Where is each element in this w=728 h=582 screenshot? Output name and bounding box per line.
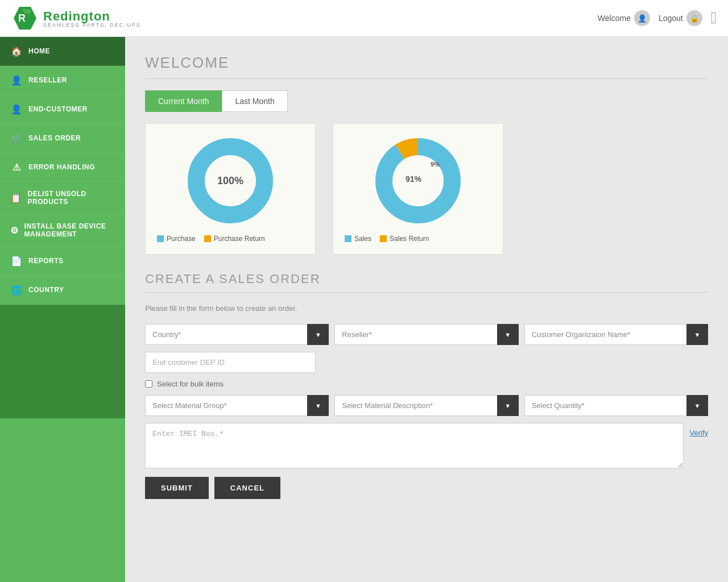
logout-label: Logout [659,14,683,23]
logo-sub: SEAMLESS PARTS, DEC-UPS [43,22,141,28]
org-dropdown-btn[interactable] [686,324,708,345]
imei-textarea[interactable] [145,423,684,468]
welcome-title: WELCOME [145,54,708,72]
legend-purchase-return: Purchase Return [204,235,265,243]
reseller-dropdown-btn[interactable] [497,324,519,345]
sidebar: 🏠 HOME 👤 RESELLER 👤 END-CUSTOMER 🛒 SALES… [0,37,125,582]
legend-sales-return: Sales Return [380,235,429,243]
purchase-donut-svg: 100% [185,135,276,226]
logo-icon: R [11,5,39,32]
reseller-select[interactable]: Reseller* [334,324,518,345]
chart-tabs: Current Month Last Month [145,90,708,112]
cancel-button[interactable]: CANCEL [214,477,280,499]
delist-icon: 📋 [10,192,22,204]
sidebar-label-home: HOME [28,47,50,55]
sales-legend: Sales Sales Return [345,235,491,243]
legend-sales-label: Sales [354,235,371,243]
sidebar-label-reseller: RESELLER [28,76,67,84]
form-description: Please fill in the form below to create … [145,304,708,313]
welcome-section: WELCOME Current Month Last Month 100% [145,54,708,255]
sidebar-item-reports[interactable]: 📄 REPORTS [0,247,125,276]
verify-link[interactable]: Verify [689,423,708,437]
country-icon: 🌐 [10,284,23,296]
legend-purchase-color [157,235,164,242]
legend-sales-return-label: Sales Return [390,235,429,243]
user-icon: 👤 [634,10,650,26]
charts-area: 100% Purchase Purchase Return [145,123,708,255]
logout-btn[interactable]: Logout 🔒 [659,10,702,26]
legend-purchase-return-label: Purchase Return [214,235,265,243]
apple-icon:  [711,9,717,27]
svg-text:91%: 91% [406,174,422,184]
purchase-legend: Purchase Purchase Return [157,235,304,243]
legend-purchase: Purchase [157,235,196,243]
form-divider [145,292,708,293]
layout: 🏠 HOME 👤 RESELLER 👤 END-CUSTOMER 🛒 SALES… [0,37,728,582]
legend-purchase-return-color [204,235,211,242]
sidebar-label-sales-order: SALES ORDER [28,134,81,142]
home-icon: 🏠 [10,45,23,57]
sidebar-label-end-customer: END-CUSTOMER [28,105,88,113]
country-select[interactable]: Country* [145,324,329,345]
sidebar-label-reports: REPORTS [28,257,64,265]
sidebar-item-sales-order[interactable]: 🛒 SALES ORDER [0,124,125,153]
sidebar-item-install-base[interactable]: ⚙ INSTALL BASE DEVICE MANAGEMENT [0,214,125,247]
reseller-select-wrapper: Reseller* [334,324,518,345]
end-customer-icon: 👤 [10,103,23,115]
quantity-select[interactable]: Select Quantity* [524,395,708,416]
material-desc-wrapper: Select Material Description* [334,395,518,416]
sidebar-item-delist[interactable]: 📋 DELIST UNSOLD PRODUCTS [0,182,125,214]
org-name-select-wrapper: Customer Organizaion Name* [524,324,708,345]
main-content: WELCOME Current Month Last Month 100% [125,37,728,582]
button-row: SUBMIT CANCEL [145,477,708,499]
sales-chart-card: 91% 9% Sales Sales Return [333,123,503,255]
logo-area: R Redington SEAMLESS PARTS, DEC-UPS [11,5,141,32]
bulk-items-row: Select for bulk items [145,380,708,388]
create-order-section: CREATE A SALES ORDER Please fill in the … [145,272,708,499]
purchase-chart-card: 100% Purchase Purchase Return [145,123,316,255]
sidebar-label-install-base: INSTALL BASE DEVICE MANAGEMENT [24,222,115,238]
submit-button[interactable]: SUBMIT [145,477,209,499]
material-group-dropdown-btn[interactable] [307,395,329,416]
material-group-select[interactable]: Select Material Group* [145,395,329,416]
form-row-1: Country* Reseller* Customer Organizaion … [145,324,708,345]
legend-sales: Sales [345,235,371,243]
form-row-2 [145,352,708,373]
sales-donut-svg: 91% 9% [373,135,464,226]
welcome-divider [145,78,708,79]
sidebar-item-home[interactable]: 🏠 HOME [0,37,125,66]
sidebar-item-reseller[interactable]: 👤 RESELLER [0,66,125,95]
country-select-wrapper: Country* [145,324,329,345]
form-title: CREATE A SALES ORDER [145,272,708,286]
welcome-label: Welcome [598,14,631,23]
header: R Redington SEAMLESS PARTS, DEC-UPS Welc… [0,0,728,37]
legend-purchase-label: Purchase [167,235,196,243]
welcome-btn[interactable]: Welcome 👤 [598,10,650,26]
dep-id-input[interactable] [145,352,316,373]
svg-text:100%: 100% [217,175,243,186]
sidebar-item-error-handling[interactable]: ⚠ ERROR HANDLING [0,153,125,182]
tab-last-month[interactable]: Last Month [222,90,287,112]
material-group-wrapper: Select Material Group* [145,395,329,416]
bulk-items-label: Select for bulk items [157,380,224,388]
sidebar-label-delist: DELIST UNSOLD PRODUCTS [28,190,115,206]
error-handling-icon: ⚠ [10,161,23,173]
sales-order-icon: 🛒 [10,132,23,144]
sidebar-item-country[interactable]: 🌐 COUNTRY [0,276,125,305]
bulk-items-checkbox[interactable] [145,380,152,388]
lock-icon: 🔒 [686,10,702,26]
org-name-select[interactable]: Customer Organizaion Name* [524,324,708,345]
reseller-icon: 👤 [10,74,23,86]
material-desc-select[interactable]: Select Material Description* [334,395,518,416]
svg-text:9%: 9% [431,161,440,168]
quantity-wrapper: Select Quantity* [524,395,708,416]
legend-sales-return-color [380,235,387,242]
sidebar-bottom [0,305,125,418]
quantity-dropdown-btn[interactable] [686,395,708,416]
country-dropdown-btn[interactable] [307,324,329,345]
material-desc-dropdown-btn[interactable] [497,395,519,416]
sidebar-label-country: COUNTRY [28,286,64,294]
sidebar-label-error-handling: ERROR HANDLING [28,163,95,171]
tab-current-month[interactable]: Current Month [145,90,222,112]
sidebar-item-end-customer[interactable]: 👤 END-CUSTOMER [0,95,125,124]
